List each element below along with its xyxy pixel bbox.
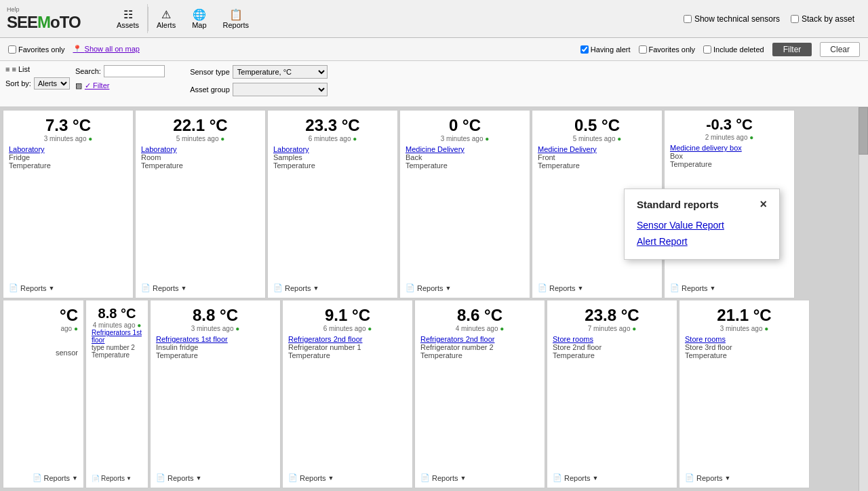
card-location[interactable]: Medicine Delivery bbox=[538, 145, 656, 153]
card-sub: Box bbox=[670, 152, 789, 160]
assets-icon: ☷ bbox=[123, 8, 133, 21]
include-deleted-checkbox[interactable]: Include deleted bbox=[703, 45, 764, 54]
sensor-value-report-link[interactable]: Sensor Value Report bbox=[637, 220, 767, 231]
reports-popup: Standard reports × Sensor Value Report A… bbox=[624, 189, 780, 260]
card-4: 0 °C 3 minutes ago ● Medicine Delivery B… bbox=[399, 110, 530, 298]
reports-dropdown-icon: ▼ bbox=[460, 475, 467, 482]
card-9: 8.8 °C 3 minutes ago ● Refrigerators 1st… bbox=[150, 300, 281, 488]
card-sub: Refrigerator number 1 bbox=[288, 343, 407, 351]
card-temp: 0 °C bbox=[406, 116, 524, 135]
card-location[interactable]: Refrigerators 1st floor bbox=[92, 329, 142, 344]
card-sensor-type: Temperature bbox=[538, 161, 656, 170]
alert-report-link[interactable]: Alert Report bbox=[637, 236, 767, 247]
card-reports-btn[interactable]: 📄 Reports ▼ bbox=[288, 469, 407, 482]
asset-group-select[interactable] bbox=[233, 83, 328, 96]
card-location[interactable]: Laboratory bbox=[273, 145, 392, 153]
card-13: 21.1 °C 3 minutes ago ● Store rooms Stor… bbox=[679, 300, 810, 488]
reports-doc-icon: 📄 bbox=[288, 473, 298, 482]
reports-dropdown-icon: ▼ bbox=[181, 285, 187, 292]
reports-doc-icon: 📄 bbox=[420, 473, 430, 482]
card-sub: Insulin fridge bbox=[156, 343, 275, 351]
card-location[interactable]: Refrigerators 1st floor bbox=[156, 335, 275, 343]
card-reports-btn[interactable]: 📄 Reports ▼ bbox=[273, 279, 392, 292]
card-location[interactable]: Medicine Delivery bbox=[406, 145, 524, 153]
card-reports-btn[interactable]: 📄 Reports ▼ bbox=[670, 279, 789, 292]
card-11: 8.6 °C 4 minutes ago ● Refrigerators 2nd… bbox=[414, 300, 545, 488]
sensor-type-select[interactable]: Temperature, °C bbox=[233, 65, 328, 79]
card-location[interactable]: Medicine delivery box bbox=[670, 144, 789, 152]
card-reports-btn[interactable]: 📄 Reports ▼ bbox=[538, 279, 656, 292]
map-icon: 🌐 bbox=[193, 8, 206, 21]
alerts-nav-item[interactable]: ⚠ Alerts bbox=[149, 4, 184, 33]
reports-doc-icon: 📄 bbox=[141, 283, 151, 292]
card-sensor-type: Temperature bbox=[141, 161, 260, 170]
card-time: 3 minutes ago ● bbox=[9, 135, 127, 142]
search-label: Search: bbox=[75, 67, 101, 75]
card-temp: °C bbox=[9, 306, 78, 325]
card-sub: Room bbox=[141, 153, 260, 161]
sort-select[interactable]: Alerts bbox=[34, 77, 70, 90]
reports-dropdown-icon: ▼ bbox=[593, 475, 599, 482]
card-reports-btn[interactable]: 📄 Reports ▼ bbox=[9, 469, 78, 482]
favorites-only-checkbox[interactable]: Favorites only bbox=[8, 45, 64, 54]
card-location[interactable]: Laboratory bbox=[9, 145, 127, 153]
list-view-btn[interactable]: ≡ ≡ List bbox=[5, 65, 70, 73]
reports-dropdown-icon: ▼ bbox=[49, 285, 55, 292]
clear-button[interactable]: Clear bbox=[820, 42, 860, 57]
card-reports-btn[interactable]: 📄 Reports ▼ bbox=[420, 469, 539, 482]
card-location[interactable]: Store rooms bbox=[553, 335, 671, 343]
reports-dropdown-icon: ▼ bbox=[578, 285, 584, 292]
card-sensor-type: Temperature bbox=[685, 351, 804, 359]
card-reports-btn[interactable]: 📄 Reports ▼ bbox=[406, 279, 524, 292]
card-sensor-type: sensor bbox=[9, 349, 78, 357]
card-location[interactable]: Refrigerators 2nd floor bbox=[420, 335, 539, 343]
card-time: 3 minutes ago ● bbox=[685, 325, 804, 332]
card-1: 7.3 °C 3 minutes ago ● Laboratory Fridge… bbox=[3, 110, 134, 298]
card-location[interactable]: Refrigerators 2nd floor bbox=[288, 335, 407, 343]
card-location[interactable]: Laboratory bbox=[141, 145, 260, 153]
card-temp: 22.1 °C bbox=[141, 116, 260, 135]
favorites-only2-checkbox[interactable]: Favorites only bbox=[639, 45, 695, 54]
filter-button[interactable]: Filter bbox=[772, 43, 812, 56]
card-time: 3 minutes ago ● bbox=[406, 135, 524, 142]
card-sensor-type: Temperature bbox=[9, 161, 127, 170]
card-reports-btn[interactable]: 📄 Reports ▼ bbox=[685, 469, 804, 482]
card-sub: Samples bbox=[273, 153, 392, 161]
card-10: 9.1 °C 6 minutes ago ● Refrigerators 2nd… bbox=[282, 300, 413, 488]
stack-by-asset-checkbox[interactable]: Stack by asset bbox=[791, 14, 854, 24]
card-2: 22.1 °C 5 minutes ago ● Laboratory Room … bbox=[135, 110, 266, 298]
sensor-type-label: Sensor type bbox=[184, 68, 230, 76]
reports-doc-icon: 📄 bbox=[685, 473, 694, 482]
card-reports-btn[interactable]: 📄 Reports ▼ bbox=[156, 469, 275, 482]
card-sub: Store 2nd floor bbox=[553, 343, 671, 351]
scrollbar-thumb[interactable] bbox=[859, 107, 868, 155]
card-sensor-type: Temperature bbox=[670, 160, 789, 168]
reports-doc-icon: 📄 bbox=[670, 283, 679, 292]
list-icon: ≡ bbox=[5, 65, 9, 73]
filter-text[interactable]: ✓ Filter bbox=[85, 81, 110, 90]
card-reports-btn[interactable]: 📄 Reports ▼ bbox=[141, 279, 260, 292]
card-sensor-type: Temperature bbox=[288, 351, 407, 359]
map-label: Map bbox=[192, 21, 206, 29]
show-technical-sensors-checkbox[interactable]: Show technical sensors bbox=[684, 14, 780, 24]
card-reports-btn[interactable]: 📄 Reports ▼ bbox=[9, 279, 127, 292]
card-location[interactable]: Store rooms bbox=[685, 335, 804, 343]
card-temp: 8.8 °C bbox=[92, 306, 142, 321]
having-alert-checkbox[interactable]: Having alert bbox=[580, 45, 631, 54]
card-reports-btn[interactable]: 📄 Reports ▼ bbox=[92, 472, 142, 482]
card-sensor-type: Temperature bbox=[273, 161, 392, 170]
popup-close-button[interactable]: × bbox=[760, 197, 767, 212]
card-sensor-type: Temperature bbox=[92, 351, 142, 359]
map-nav-item[interactable]: 🌐 Map bbox=[184, 4, 214, 33]
reports-dropdown-icon: ▼ bbox=[72, 475, 78, 482]
reports-nav-item[interactable]: 📋 Reports bbox=[215, 4, 258, 33]
assets-nav-item[interactable]: ☷ Assets bbox=[108, 4, 148, 33]
card-temp: 9.1 °C bbox=[288, 306, 407, 325]
card-reports-btn[interactable]: 📄 Reports ▼ bbox=[553, 469, 671, 482]
search-input[interactable] bbox=[104, 65, 165, 77]
reports-nav-label: Reports bbox=[223, 21, 250, 29]
scrollbar-track[interactable] bbox=[859, 107, 868, 491]
card-sensor-type: Temperature bbox=[406, 161, 524, 170]
logo-area[interactable]: Help SEEMoTO bbox=[0, 3, 108, 35]
show-all-on-map-link[interactable]: 📍 Show all on map bbox=[73, 45, 139, 54]
